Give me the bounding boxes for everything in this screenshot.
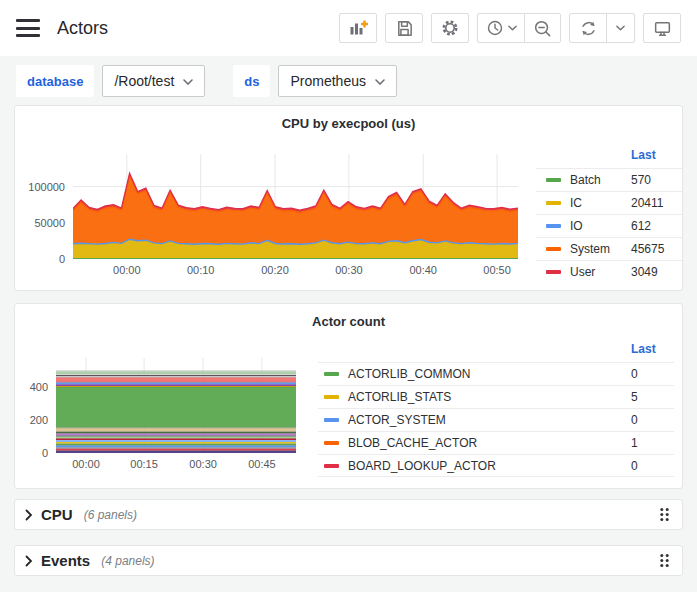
series-name: ACTORLIB_STATS [348,390,451,404]
series-last-value: 5 [631,390,638,404]
panel-cpu-by-execpool: CPU by execpool (us) 050000100000 00:000… [14,105,683,291]
series-last-value: 3049 [631,265,658,279]
variable-ds-dropdown[interactable]: Prometheus [278,65,396,97]
series-name: IC [570,196,582,210]
series-swatch [324,418,339,422]
series-name: User [570,265,595,279]
series-last-value: 1 [631,436,638,450]
row-panel-count: (4 panels) [101,554,154,568]
panel-actor-count: Actor count 0200400 00:0000:1500:3000:45… [14,303,683,489]
series-last-value: 0 [631,367,638,381]
legend-sort-last[interactable]: Last [318,342,674,362]
dashboard-toolbar [339,13,681,43]
legend-row[interactable]: ACTORLIB_STATS 5 [318,385,674,408]
series-last-value: 0 [631,413,638,427]
y-axis-labels: 050000100000 [15,154,73,259]
panel-title[interactable]: CPU by execpool (us) [15,106,682,136]
series-swatch [546,247,561,251]
actor-count-plot-area[interactable] [56,358,296,453]
chevron-right-icon [25,509,33,521]
series-swatch [324,441,339,445]
save-icon [395,19,414,38]
actor-count-chart[interactable]: 0200400 00:0000:1500:3000:45 [15,358,296,473]
tv-mode-monitor-icon [653,19,672,38]
x-axis-labels: 00:0000:1500:3000:45 [56,453,296,473]
series-name: System [570,242,610,256]
series-name: ACTORLIB_COMMON [348,367,470,381]
refresh-icon [579,19,598,38]
row-title: Events [41,552,90,569]
row-drag-handle-icon[interactable] [659,507,670,522]
series-name: Batch [570,173,601,187]
refresh-button[interactable] [570,14,606,42]
series-last-value: 45675 [631,242,664,256]
series-swatch [546,201,561,205]
chevron-right-icon [25,555,33,567]
cpu-execpool-chart[interactable]: 050000100000 00:0000:1000:2000:3000:4000… [15,154,518,279]
series-swatch [546,270,561,274]
refresh-interval-chevron-icon [616,25,625,31]
variable-database-dropdown[interactable]: /Root/test [102,65,205,97]
legend-row[interactable]: ACTORLIB_COMMON 0 [318,362,674,385]
row-events-collapsed[interactable]: Events (4 panels) [14,545,683,576]
cpu-execpool-plot-area[interactable] [73,154,518,259]
row-title: CPU [41,506,73,523]
legend-sort-last[interactable]: Last [536,148,682,168]
series-last-value: 0 [631,459,638,473]
variable-database-value: /Root/test [114,73,174,89]
series-name: BOARD_LOOKUP_ACTOR [348,459,496,473]
panel-title[interactable]: Actor count [15,304,682,334]
add-panel-button[interactable] [340,14,376,42]
top-nav-bar: Actors [0,0,697,56]
series-name: BLOB_CACHE_ACTOR [348,436,477,450]
series-last-value: 612 [631,219,651,233]
variables-row: database /Root/test ds Prometheus [0,56,697,103]
tv-mode-button[interactable] [644,14,680,42]
chevron-down-icon [375,79,385,85]
series-swatch [324,372,339,376]
series-last-value: 570 [631,173,651,187]
zoom-out-icon [533,19,552,38]
series-last-value: 20411 [631,196,663,210]
settings-gear-icon [440,18,460,38]
legend-row[interactable]: BOARD_LOOKUP_ACTOR 0 [318,454,674,477]
dashboard-title: Actors [57,18,108,39]
actor-count-legend: Last ACTORLIB_COMMON 0 ACTORLIB_STATS 5 … [318,342,674,477]
legend-row[interactable]: IC 20411 [536,191,682,214]
legend-row[interactable]: Batch 570 [536,168,682,191]
chevron-down-icon [183,79,193,85]
legend-row[interactable]: System 45675 [536,237,682,260]
time-range-picker-button[interactable] [478,14,524,42]
y-axis-labels: 0200400 [15,358,56,453]
series-swatch [324,464,339,468]
x-axis-labels: 00:0000:1000:2000:3000:4000:50 [73,259,518,279]
row-cpu-collapsed[interactable]: CPU (6 panels) [14,499,683,530]
legend-row[interactable]: BLOB_CACHE_ACTOR 1 [318,431,674,454]
save-dashboard-button[interactable] [386,14,422,42]
cpu-execpool-legend: Last Batch 570 IC 20411 IO 612 [536,148,682,283]
series-name: IO [570,219,583,233]
refresh-interval-dropdown[interactable] [606,14,634,42]
row-panel-count: (6 panels) [84,508,137,522]
legend-row[interactable]: ACTOR_SYSTEM 0 [318,408,674,431]
time-range-clock-icon [486,19,504,37]
settings-button[interactable] [432,14,468,42]
dashboard-grid: CPU by execpool (us) 050000100000 00:000… [0,105,697,576]
series-swatch [546,224,561,228]
menu-hamburger-icon[interactable] [16,19,40,37]
legend-row[interactable]: User 3049 [536,260,682,283]
variable-database-label: database [16,65,94,97]
variable-ds-value: Prometheus [290,73,365,89]
chevron-down-icon [508,25,517,31]
series-swatch [546,178,561,182]
series-name: ACTOR_SYSTEM [348,413,446,427]
variable-ds-label: ds [233,65,270,97]
legend-row[interactable]: IO 612 [536,214,682,237]
series-swatch [324,395,339,399]
row-drag-handle-icon[interactable] [659,553,670,568]
zoom-out-button[interactable] [524,14,560,42]
add-panel-icon [348,18,368,38]
